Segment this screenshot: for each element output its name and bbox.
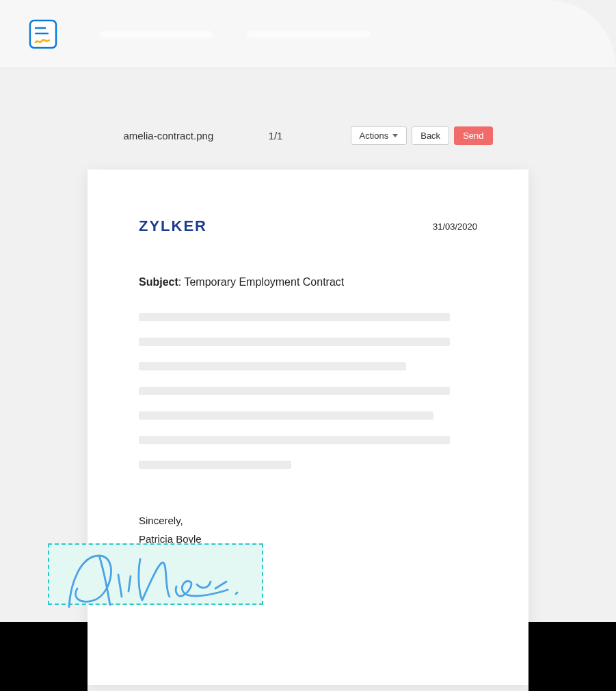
back-button[interactable]: Back	[412, 126, 449, 145]
app-logo-icon	[27, 18, 59, 50]
actions-dropdown[interactable]: Actions	[351, 126, 407, 145]
toolbar-buttons: Actions Back Send	[351, 126, 493, 145]
text-line-placeholder	[139, 338, 450, 346]
text-line-placeholder	[139, 313, 450, 321]
header-nav-placeholder	[100, 31, 213, 38]
document-filename: amelia-contract.png	[124, 130, 269, 141]
subject-line: Subject: Temporary Employment Contract	[139, 276, 477, 288]
decorative-block	[528, 622, 616, 691]
signature-field[interactable]	[48, 543, 263, 605]
text-line-placeholder	[139, 387, 450, 395]
page-counter: 1/1	[269, 130, 351, 141]
document-body-placeholder	[139, 313, 477, 469]
text-line-placeholder	[139, 461, 291, 469]
send-button[interactable]: Send	[454, 126, 492, 145]
text-line-placeholder	[139, 436, 450, 444]
header-nav-placeholder	[247, 31, 370, 38]
decorative-block	[0, 622, 88, 691]
subject-value: : Temporary Employment Contract	[178, 276, 344, 288]
text-line-placeholder	[139, 362, 406, 370]
actions-label: Actions	[360, 131, 389, 141]
document-date: 31/03/2020	[433, 221, 477, 232]
document-header: ZYLKER 31/03/2020	[139, 217, 477, 235]
company-brand: ZYLKER	[139, 217, 207, 235]
chevron-down-icon	[392, 134, 398, 137]
document-toolbar: amelia-contract.png 1/1 Actions Back Sen…	[103, 116, 513, 154]
closing-text: Sincerely,	[139, 511, 477, 530]
app-header	[0, 0, 616, 68]
subject-label: Subject	[139, 276, 178, 288]
text-line-placeholder	[139, 411, 433, 420]
signature-icon	[57, 542, 255, 617]
